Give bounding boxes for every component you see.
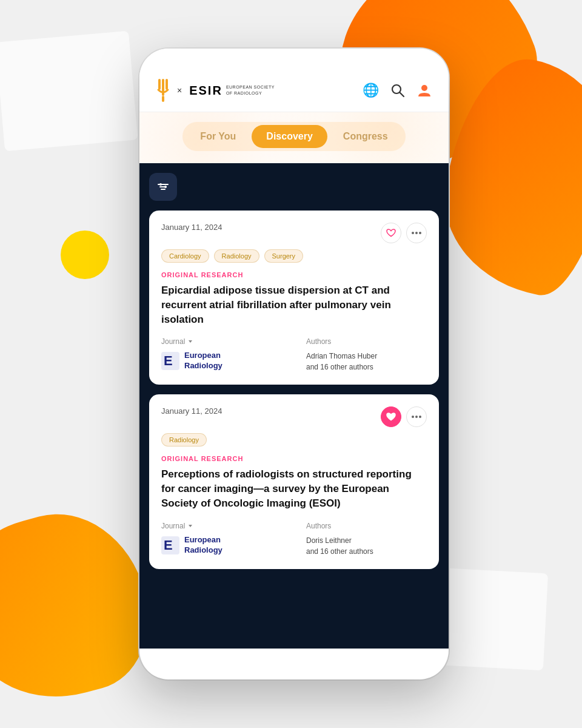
tag-radiology: Radiology — [214, 249, 259, 263]
phone-frame: × ESIR EUROPEAN SOCIETY OF RADIOLOGY 🌐 — [139, 49, 449, 679]
authors-label-2: Authors — [306, 522, 427, 530]
article-date-1: January 11, 2024 — [161, 223, 222, 232]
article-card-2: January 11, 2024 — [149, 394, 439, 568]
journal-logo-icon-1: E — [161, 352, 179, 370]
header-icons: 🌐 — [363, 83, 432, 98]
article-tags-2: Radiology — [161, 433, 427, 447]
card-meta-1: Journal E European Radiology — [161, 337, 427, 372]
tuning-fork-icon — [156, 79, 170, 102]
svg-text:🌐: 🌐 — [363, 83, 378, 98]
journal-label-2: Journal — [161, 522, 282, 530]
filter-button[interactable] — [149, 173, 177, 201]
authors-section-1: Authors Adrian Thomas Huberand 16 other … — [306, 337, 427, 372]
authors-label-1: Authors — [306, 337, 427, 346]
translate-icon[interactable]: 🌐 — [363, 83, 378, 98]
svg-line-6 — [400, 93, 404, 97]
article-title-1[interactable]: Epicardial adipose tissue dispersion at … — [161, 283, 427, 326]
article-type-2: ORIGINAL RESEARCH — [161, 455, 427, 462]
tab-pills-container: For You Discovery Congress — [182, 122, 405, 151]
tab-for-you[interactable]: For You — [186, 125, 250, 148]
authors-section-2: Authors Doris Leithnerand 16 other autho… — [306, 522, 427, 557]
card-actions-1 — [381, 223, 427, 243]
tag-surgery: Surgery — [264, 249, 304, 263]
svg-point-11 — [159, 183, 162, 186]
svg-rect-0 — [162, 79, 164, 96]
app-header: × ESIR EUROPEAN SOCIETY OF RADIOLOGY 🌐 — [139, 49, 449, 112]
journal-name-1: European Radiology — [184, 351, 222, 371]
tab-discovery[interactable]: Discovery — [252, 125, 327, 148]
authors-text-1: Adrian Thomas Huberand 16 other authors — [306, 351, 427, 372]
decorative-blob-yellow — [61, 231, 109, 279]
decorative-paper-topleft — [0, 31, 138, 151]
esir-subtitle: EUROPEAN SOCIETY OF RADIOLOGY — [226, 84, 275, 96]
article-card-1: January 11, 2024 — [149, 211, 439, 385]
svg-rect-1 — [158, 79, 161, 90]
svg-point-15 — [419, 232, 421, 234]
journal-logo-1: E European Radiology — [161, 351, 282, 371]
app-logo-icon — [156, 79, 170, 102]
tab-congress[interactable]: Congress — [329, 125, 403, 148]
tag-cardiology: Cardiology — [161, 249, 209, 263]
search-icon[interactable] — [390, 83, 405, 98]
user-icon[interactable] — [417, 83, 432, 98]
svg-point-20 — [419, 416, 421, 418]
svg-point-7 — [421, 85, 427, 91]
phone-frame-wrapper: × ESIR EUROPEAN SOCIETY OF RADIOLOGY 🌐 — [139, 49, 449, 679]
svg-point-19 — [415, 416, 418, 418]
journal-name-2: European Radiology — [184, 535, 222, 556]
card-header-2: January 11, 2024 — [161, 406, 427, 427]
svg-text:E: E — [164, 353, 173, 368]
header-logo: × ESIR EUROPEAN SOCIETY OF RADIOLOGY — [156, 79, 275, 102]
article-title-2[interactable]: Perceptions of radiologists on structure… — [161, 467, 427, 510]
authors-text-2: Doris Leithnerand 16 other authors — [306, 535, 427, 557]
card-meta-2: Journal E European Radiology — [161, 522, 427, 557]
svg-point-14 — [415, 232, 418, 234]
svg-rect-3 — [162, 96, 164, 102]
like-button-2[interactable] — [381, 406, 401, 427]
journal-section-1: Journal E European Radiology — [161, 337, 282, 372]
logo-separator: × — [177, 86, 182, 95]
journal-section-2: Journal E European Radiology — [161, 522, 282, 557]
more-button-2[interactable] — [406, 406, 427, 427]
svg-point-12 — [164, 186, 167, 188]
more-button-1[interactable] — [406, 223, 427, 243]
article-type-1: ORIGINAL RESEARCH — [161, 271, 427, 278]
journal-logo-2: E European Radiology — [161, 535, 282, 556]
article-tags-1: Cardiology Radiology Surgery — [161, 249, 427, 263]
card-header-1: January 11, 2024 — [161, 223, 427, 243]
esir-logo: ESIR EUROPEAN SOCIETY OF RADIOLOGY — [189, 84, 275, 98]
tag-radiology-2: Radiology — [161, 433, 207, 447]
journal-logo-icon-2: E — [161, 536, 179, 554]
journal-label-1: Journal — [161, 337, 282, 346]
tab-bar: For You Discovery Congress — [139, 112, 449, 163]
article-date-2: January 11, 2024 — [161, 406, 222, 416]
like-button-1[interactable] — [381, 223, 401, 243]
svg-rect-2 — [166, 79, 168, 90]
esir-text: ESIR — [189, 84, 222, 98]
svg-point-13 — [412, 232, 414, 234]
svg-point-18 — [412, 416, 414, 418]
card-actions-2 — [381, 406, 427, 427]
main-content: January 11, 2024 — [139, 163, 449, 649]
svg-text:E: E — [164, 538, 173, 553]
